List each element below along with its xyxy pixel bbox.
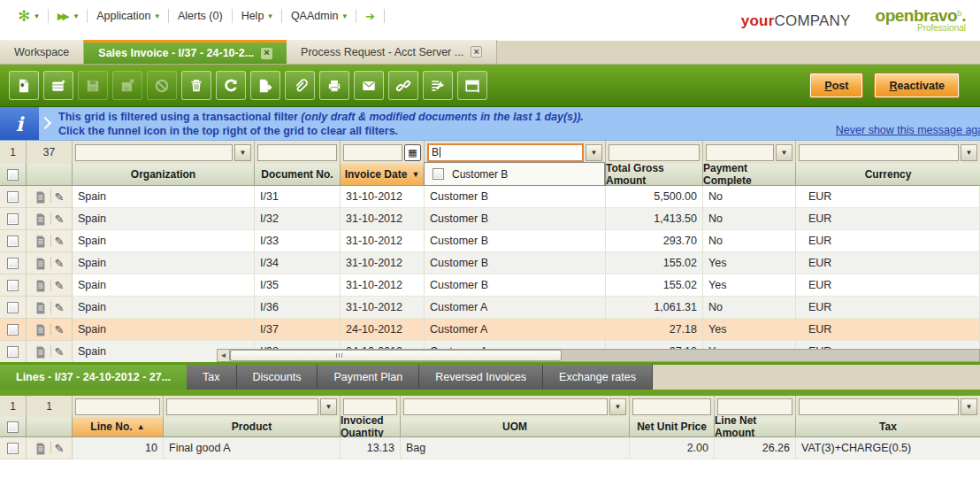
invoice-row[interactable]: ✎ Spain I/33 31-10-2012 Customer B 293.7… xyxy=(0,230,980,252)
post-button[interactable]: Post xyxy=(810,73,862,97)
invoice-row-selected[interactable]: ✎ Spain I/37 24-10-2012 Customer A 27.18… xyxy=(0,319,980,341)
invoiced-quantity-filter-input[interactable] xyxy=(343,398,397,415)
invoice-row[interactable]: ✎ Spain I/36 31-10-2012 Customer A 1,061… xyxy=(0,297,980,319)
invoice-row[interactable]: ✎ Spain I/34 31-10-2012 Customer B 155.0… xyxy=(0,252,980,274)
quick-create-menu[interactable]: ▶▶ ▾ xyxy=(49,11,87,22)
logout-button[interactable]: ➔ xyxy=(356,10,384,23)
header-invoiced-quantity[interactable]: Invoiced Quantity xyxy=(341,417,401,436)
business-partner-filter-dropdown-button[interactable]: ▼ xyxy=(586,144,602,161)
header-business-partner[interactable]: Customer B xyxy=(425,164,606,185)
organization-filter-dropdown-button[interactable]: ▼ xyxy=(234,144,251,161)
reactivate-button[interactable]: Reactivate xyxy=(875,73,959,97)
calendar-icon[interactable]: ▦ xyxy=(404,144,421,161)
header-line-no[interactable]: Line No.▲ xyxy=(73,417,164,436)
tab-tax[interactable]: Tax xyxy=(187,365,236,390)
print-button[interactable] xyxy=(319,71,349,100)
close-icon[interactable]: × xyxy=(261,48,272,59)
currency-filter-input[interactable] xyxy=(799,144,959,161)
tab-reversed-invoices[interactable]: Reversed Invoices xyxy=(419,365,543,390)
tab-process-request[interactable]: Process Request - Acct Server ... × xyxy=(287,40,497,64)
scrollbar-thumb[interactable] xyxy=(230,350,562,361)
tab-exchange-rates[interactable]: Exchange rates xyxy=(543,365,653,390)
header-net-unit-price[interactable]: Net Unit Price xyxy=(630,417,715,436)
tax-filter-dropdown-button[interactable]: ▼ xyxy=(961,398,977,415)
save-button[interactable] xyxy=(78,71,108,100)
edit-pencil-icon[interactable]: ✎ xyxy=(55,235,65,248)
product-filter-dropdown-button[interactable]: ▼ xyxy=(320,398,337,415)
tab-workspace[interactable]: Workspace xyxy=(0,40,84,64)
scroll-left-button[interactable]: ◄ xyxy=(218,350,230,361)
save-and-close-button[interactable] xyxy=(112,71,142,100)
edit-pencil-icon[interactable]: ✎ xyxy=(55,212,65,226)
toggle-form-view-button[interactable] xyxy=(457,71,487,100)
edit-pencil-icon[interactable]: ✎ xyxy=(55,301,65,314)
invoice-row[interactable]: ✎ Spain I/32 31-10-2012 Customer B 1,413… xyxy=(0,208,980,230)
edit-pencil-icon[interactable]: ✎ xyxy=(55,190,65,204)
header-total-gross-amount[interactable]: Total Gross Amount xyxy=(606,164,703,185)
edit-pencil-icon[interactable]: ✎ xyxy=(55,323,65,336)
row-checkbox[interactable] xyxy=(7,280,19,291)
application-menu[interactable]: Application ▾ xyxy=(88,10,168,22)
uom-filter-input[interactable] xyxy=(403,398,608,415)
row-checkbox[interactable] xyxy=(7,324,19,336)
header-currency[interactable]: Currency xyxy=(796,164,980,185)
edit-pencil-icon[interactable]: ✎ xyxy=(55,279,65,292)
edit-pencil-icon[interactable]: ✎ xyxy=(55,442,65,455)
payment-complete-filter-input[interactable] xyxy=(706,144,774,161)
document-no-filter-input[interactable] xyxy=(257,144,337,161)
delete-button[interactable] xyxy=(181,71,211,100)
invoice-date-filter-input[interactable] xyxy=(343,144,402,161)
header-document-no[interactable]: Document No. xyxy=(255,164,341,185)
grid-settings-button[interactable] xyxy=(423,71,453,100)
row-checkbox[interactable] xyxy=(7,235,19,247)
refresh-button[interactable] xyxy=(216,71,246,100)
tax-filter-input[interactable] xyxy=(799,398,959,415)
line-no-filter-input[interactable] xyxy=(75,398,160,415)
tab-sales-invoice[interactable]: Sales Invoice - I/37 - 24-10-2... × xyxy=(84,40,287,64)
edit-pencil-icon[interactable]: ✎ xyxy=(55,257,65,270)
help-menu[interactable]: Help ▾ xyxy=(233,10,281,22)
line-row[interactable]: ✎ 10 Final good A 13.13 Bag 2.00 26.26 V… xyxy=(0,437,980,459)
quick-launch-menu[interactable]: ✻ ▾ xyxy=(9,9,48,24)
product-filter-input[interactable] xyxy=(166,398,318,415)
lines-select-all-checkbox[interactable] xyxy=(7,421,19,433)
new-document-button[interactable] xyxy=(9,71,39,100)
header-uom[interactable]: UOM xyxy=(401,417,630,436)
row-checkbox[interactable] xyxy=(7,302,19,313)
total-gross-filter-input[interactable] xyxy=(609,144,700,161)
header-organization[interactable]: Organization xyxy=(73,164,255,185)
row-checkbox[interactable] xyxy=(7,443,19,454)
tab-lines[interactable]: Lines - I/37 - 24-10-2012 - 27... xyxy=(0,365,187,390)
attachments-button[interactable] xyxy=(285,71,315,100)
header-payment-complete[interactable]: Payment Complete xyxy=(703,164,796,185)
tab-discounts[interactable]: Discounts xyxy=(237,365,318,390)
email-button[interactable] xyxy=(354,71,384,100)
row-checkbox[interactable] xyxy=(7,213,19,225)
organization-filter-input[interactable] xyxy=(75,144,233,161)
currency-filter-dropdown-button[interactable]: ▼ xyxy=(961,144,977,161)
line-net-amount-filter-input[interactable] xyxy=(717,398,792,415)
header-product[interactable]: Product xyxy=(164,417,341,436)
select-all-checkbox[interactable] xyxy=(7,169,19,181)
uom-filter-dropdown-button[interactable]: ▼ xyxy=(609,398,626,415)
row-checkbox[interactable] xyxy=(7,191,19,203)
header-invoice-date[interactable]: Invoice Date▼ xyxy=(341,164,425,185)
business-partner-filter-input[interactable]: B xyxy=(427,143,584,162)
partner-suggestion-item[interactable]: Customer B xyxy=(424,162,605,186)
header-tax[interactable]: Tax xyxy=(796,417,980,436)
net-unit-price-filter-input[interactable] xyxy=(632,398,711,415)
tab-payment-plan[interactable]: Payment Plan xyxy=(318,365,419,390)
row-checkbox[interactable] xyxy=(7,346,19,358)
invoice-row[interactable]: ✎ Spain I/31 31-10-2012 Customer B 5,500… xyxy=(0,186,980,208)
payment-complete-filter-dropdown-button[interactable]: ▼ xyxy=(776,144,792,161)
cancel-button[interactable] xyxy=(147,71,177,100)
suggestion-checkbox[interactable] xyxy=(433,168,444,180)
alerts-menu[interactable]: Alerts (0) xyxy=(169,10,232,22)
link-button[interactable] xyxy=(388,71,418,100)
export-grid-button[interactable] xyxy=(250,71,280,100)
header-line-net-amount[interactable]: Line Net Amount xyxy=(715,417,796,436)
new-row-in-grid-button[interactable] xyxy=(43,71,73,100)
horizontal-scrollbar[interactable]: ◄ xyxy=(217,349,980,362)
invoice-row[interactable]: ✎ Spain I/35 31-10-2012 Customer B 155.0… xyxy=(0,274,980,297)
edit-pencil-icon[interactable]: ✎ xyxy=(55,345,65,359)
